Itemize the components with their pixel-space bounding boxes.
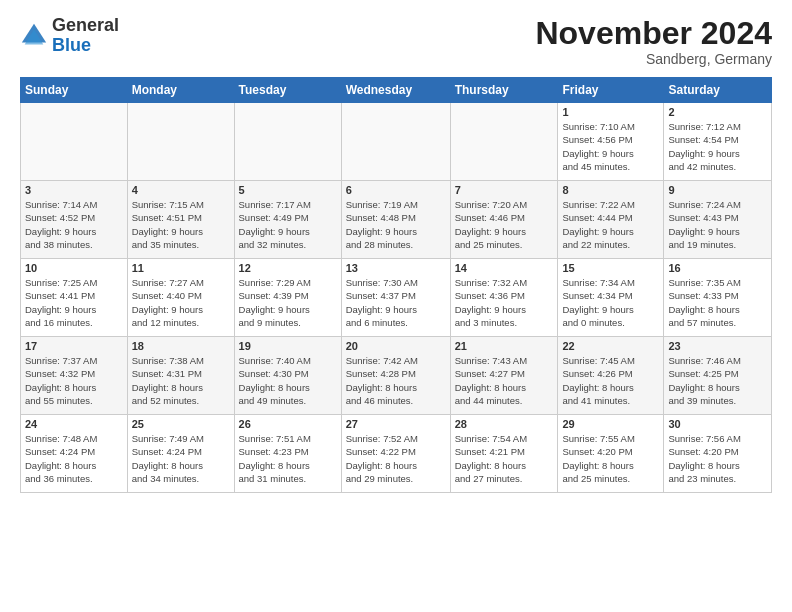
table-row: 13Sunrise: 7:30 AM Sunset: 4:37 PM Dayli… — [341, 259, 450, 337]
day-info: Sunrise: 7:40 AM Sunset: 4:30 PM Dayligh… — [239, 354, 337, 407]
table-row: 24Sunrise: 7:48 AM Sunset: 4:24 PM Dayli… — [21, 415, 128, 493]
table-row: 17Sunrise: 7:37 AM Sunset: 4:32 PM Dayli… — [21, 337, 128, 415]
day-info: Sunrise: 7:29 AM Sunset: 4:39 PM Dayligh… — [239, 276, 337, 329]
day-number: 18 — [132, 340, 230, 352]
table-row: 27Sunrise: 7:52 AM Sunset: 4:22 PM Dayli… — [341, 415, 450, 493]
table-row: 25Sunrise: 7:49 AM Sunset: 4:24 PM Dayli… — [127, 415, 234, 493]
logo-blue: Blue — [52, 35, 91, 55]
day-info: Sunrise: 7:12 AM Sunset: 4:54 PM Dayligh… — [668, 120, 767, 173]
day-number: 25 — [132, 418, 230, 430]
day-number: 10 — [25, 262, 123, 274]
day-info: Sunrise: 7:17 AM Sunset: 4:49 PM Dayligh… — [239, 198, 337, 251]
col-sunday: Sunday — [21, 78, 128, 103]
table-row — [21, 103, 128, 181]
day-info: Sunrise: 7:14 AM Sunset: 4:52 PM Dayligh… — [25, 198, 123, 251]
table-row: 21Sunrise: 7:43 AM Sunset: 4:27 PM Dayli… — [450, 337, 558, 415]
title-block: November 2024 Sandberg, Germany — [535, 16, 772, 67]
table-row — [450, 103, 558, 181]
location: Sandberg, Germany — [535, 51, 772, 67]
day-number: 16 — [668, 262, 767, 274]
logo-general: General — [52, 15, 119, 35]
day-info: Sunrise: 7:37 AM Sunset: 4:32 PM Dayligh… — [25, 354, 123, 407]
day-info: Sunrise: 7:54 AM Sunset: 4:21 PM Dayligh… — [455, 432, 554, 485]
day-info: Sunrise: 7:35 AM Sunset: 4:33 PM Dayligh… — [668, 276, 767, 329]
table-row: 3Sunrise: 7:14 AM Sunset: 4:52 PM Daylig… — [21, 181, 128, 259]
table-row: 7Sunrise: 7:20 AM Sunset: 4:46 PM Daylig… — [450, 181, 558, 259]
calendar-week-row: 1Sunrise: 7:10 AM Sunset: 4:56 PM Daylig… — [21, 103, 772, 181]
page: General Blue November 2024 Sandberg, Ger… — [0, 0, 792, 612]
day-info: Sunrise: 7:43 AM Sunset: 4:27 PM Dayligh… — [455, 354, 554, 407]
table-row: 23Sunrise: 7:46 AM Sunset: 4:25 PM Dayli… — [664, 337, 772, 415]
logo-icon — [20, 22, 48, 50]
day-info: Sunrise: 7:49 AM Sunset: 4:24 PM Dayligh… — [132, 432, 230, 485]
day-info: Sunrise: 7:15 AM Sunset: 4:51 PM Dayligh… — [132, 198, 230, 251]
calendar: Sunday Monday Tuesday Wednesday Thursday… — [20, 77, 772, 493]
day-info: Sunrise: 7:22 AM Sunset: 4:44 PM Dayligh… — [562, 198, 659, 251]
day-number: 2 — [668, 106, 767, 118]
col-monday: Monday — [127, 78, 234, 103]
table-row — [341, 103, 450, 181]
table-row: 26Sunrise: 7:51 AM Sunset: 4:23 PM Dayli… — [234, 415, 341, 493]
col-saturday: Saturday — [664, 78, 772, 103]
day-info: Sunrise: 7:52 AM Sunset: 4:22 PM Dayligh… — [346, 432, 446, 485]
table-row: 22Sunrise: 7:45 AM Sunset: 4:26 PM Dayli… — [558, 337, 664, 415]
calendar-week-row: 10Sunrise: 7:25 AM Sunset: 4:41 PM Dayli… — [21, 259, 772, 337]
table-row — [234, 103, 341, 181]
calendar-week-row: 17Sunrise: 7:37 AM Sunset: 4:32 PM Dayli… — [21, 337, 772, 415]
day-number: 20 — [346, 340, 446, 352]
day-info: Sunrise: 7:10 AM Sunset: 4:56 PM Dayligh… — [562, 120, 659, 173]
table-row: 6Sunrise: 7:19 AM Sunset: 4:48 PM Daylig… — [341, 181, 450, 259]
day-number: 5 — [239, 184, 337, 196]
day-number: 15 — [562, 262, 659, 274]
table-row: 15Sunrise: 7:34 AM Sunset: 4:34 PM Dayli… — [558, 259, 664, 337]
col-wednesday: Wednesday — [341, 78, 450, 103]
table-row — [127, 103, 234, 181]
table-row: 9Sunrise: 7:24 AM Sunset: 4:43 PM Daylig… — [664, 181, 772, 259]
day-number: 12 — [239, 262, 337, 274]
logo: General Blue — [20, 16, 119, 56]
day-number: 9 — [668, 184, 767, 196]
table-row: 10Sunrise: 7:25 AM Sunset: 4:41 PM Dayli… — [21, 259, 128, 337]
table-row: 28Sunrise: 7:54 AM Sunset: 4:21 PM Dayli… — [450, 415, 558, 493]
day-number: 26 — [239, 418, 337, 430]
col-friday: Friday — [558, 78, 664, 103]
month-title: November 2024 — [535, 16, 772, 51]
day-number: 28 — [455, 418, 554, 430]
table-row: 5Sunrise: 7:17 AM Sunset: 4:49 PM Daylig… — [234, 181, 341, 259]
day-info: Sunrise: 7:46 AM Sunset: 4:25 PM Dayligh… — [668, 354, 767, 407]
day-info: Sunrise: 7:48 AM Sunset: 4:24 PM Dayligh… — [25, 432, 123, 485]
day-info: Sunrise: 7:30 AM Sunset: 4:37 PM Dayligh… — [346, 276, 446, 329]
table-row: 16Sunrise: 7:35 AM Sunset: 4:33 PM Dayli… — [664, 259, 772, 337]
day-number: 30 — [668, 418, 767, 430]
table-row: 12Sunrise: 7:29 AM Sunset: 4:39 PM Dayli… — [234, 259, 341, 337]
day-info: Sunrise: 7:51 AM Sunset: 4:23 PM Dayligh… — [239, 432, 337, 485]
day-number: 19 — [239, 340, 337, 352]
calendar-week-row: 3Sunrise: 7:14 AM Sunset: 4:52 PM Daylig… — [21, 181, 772, 259]
logo-text: General Blue — [52, 16, 119, 56]
day-number: 6 — [346, 184, 446, 196]
day-number: 22 — [562, 340, 659, 352]
day-info: Sunrise: 7:55 AM Sunset: 4:20 PM Dayligh… — [562, 432, 659, 485]
day-info: Sunrise: 7:34 AM Sunset: 4:34 PM Dayligh… — [562, 276, 659, 329]
day-number: 3 — [25, 184, 123, 196]
table-row: 18Sunrise: 7:38 AM Sunset: 4:31 PM Dayli… — [127, 337, 234, 415]
table-row: 2Sunrise: 7:12 AM Sunset: 4:54 PM Daylig… — [664, 103, 772, 181]
table-row: 14Sunrise: 7:32 AM Sunset: 4:36 PM Dayli… — [450, 259, 558, 337]
day-info: Sunrise: 7:38 AM Sunset: 4:31 PM Dayligh… — [132, 354, 230, 407]
day-number: 17 — [25, 340, 123, 352]
table-row: 8Sunrise: 7:22 AM Sunset: 4:44 PM Daylig… — [558, 181, 664, 259]
day-number: 13 — [346, 262, 446, 274]
day-info: Sunrise: 7:19 AM Sunset: 4:48 PM Dayligh… — [346, 198, 446, 251]
col-tuesday: Tuesday — [234, 78, 341, 103]
day-number: 24 — [25, 418, 123, 430]
day-number: 4 — [132, 184, 230, 196]
calendar-week-row: 24Sunrise: 7:48 AM Sunset: 4:24 PM Dayli… — [21, 415, 772, 493]
table-row: 4Sunrise: 7:15 AM Sunset: 4:51 PM Daylig… — [127, 181, 234, 259]
header: General Blue November 2024 Sandberg, Ger… — [20, 16, 772, 67]
day-number: 1 — [562, 106, 659, 118]
table-row: 20Sunrise: 7:42 AM Sunset: 4:28 PM Dayli… — [341, 337, 450, 415]
day-number: 11 — [132, 262, 230, 274]
table-row: 30Sunrise: 7:56 AM Sunset: 4:20 PM Dayli… — [664, 415, 772, 493]
day-info: Sunrise: 7:42 AM Sunset: 4:28 PM Dayligh… — [346, 354, 446, 407]
day-number: 23 — [668, 340, 767, 352]
